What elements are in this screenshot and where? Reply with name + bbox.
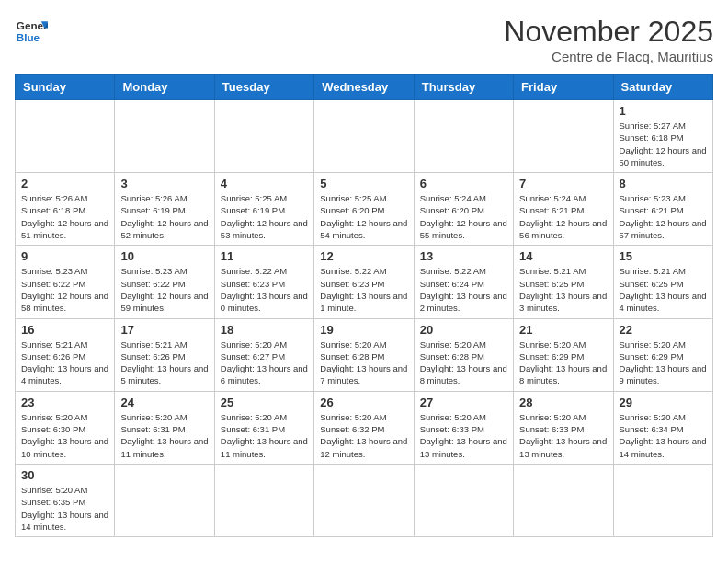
col-header-sunday: Sunday: [16, 75, 115, 100]
day-number: 23: [21, 396, 108, 409]
calendar-cell: [214, 464, 313, 536]
col-header-friday: Friday: [514, 75, 613, 100]
calendar-cell: 28Sunrise: 5:20 AM Sunset: 6:33 PM Dayli…: [514, 391, 613, 464]
day-number: 1: [620, 104, 707, 118]
day-number: 21: [519, 323, 607, 337]
calendar-cell: 5Sunrise: 5:25 AM Sunset: 6:20 PM Daylig…: [314, 173, 414, 246]
day-info: Sunrise: 5:25 AM Sunset: 6:19 PM Dayligh…: [221, 192, 308, 241]
day-info: Sunrise: 5:24 AM Sunset: 6:20 PM Dayligh…: [420, 192, 507, 241]
calendar-week-row: 23Sunrise: 5:20 AM Sunset: 6:30 PM Dayli…: [16, 391, 713, 464]
calendar-cell: 7Sunrise: 5:24 AM Sunset: 6:21 PM Daylig…: [514, 173, 613, 246]
calendar-cell: 10Sunrise: 5:23 AM Sunset: 6:22 PM Dayli…: [115, 246, 214, 318]
calendar-cell: 12Sunrise: 5:22 AM Sunset: 6:23 PM Dayli…: [314, 246, 414, 318]
logo: General Blue: [15, 15, 48, 48]
calendar-cell: 4Sunrise: 5:25 AM Sunset: 6:19 PM Daylig…: [214, 173, 313, 246]
calendar-cell: 9Sunrise: 5:23 AM Sunset: 6:22 PM Daylig…: [16, 246, 115, 318]
calendar-cell: 20Sunrise: 5:20 AM Sunset: 6:28 PM Dayli…: [414, 318, 513, 391]
day-info: Sunrise: 5:26 AM Sunset: 6:19 PM Dayligh…: [120, 192, 208, 241]
day-info: Sunrise: 5:20 AM Sunset: 6:31 PM Dayligh…: [221, 411, 308, 460]
day-info: Sunrise: 5:22 AM Sunset: 6:23 PM Dayligh…: [221, 265, 308, 314]
calendar-cell: 25Sunrise: 5:20 AM Sunset: 6:31 PM Dayli…: [214, 391, 313, 464]
calendar-cell: [115, 464, 214, 536]
calendar-cell: 27Sunrise: 5:20 AM Sunset: 6:33 PM Dayli…: [414, 391, 513, 464]
calendar-cell: 23Sunrise: 5:20 AM Sunset: 6:30 PM Dayli…: [16, 391, 115, 464]
calendar-title: November 2025: [504, 15, 713, 49]
day-info: Sunrise: 5:24 AM Sunset: 6:21 PM Dayligh…: [519, 192, 607, 241]
day-number: 7: [519, 177, 607, 190]
calendar-cell: 15Sunrise: 5:21 AM Sunset: 6:25 PM Dayli…: [613, 246, 712, 318]
day-number: 13: [420, 249, 507, 263]
calendar-cell: [414, 100, 513, 173]
day-number: 3: [120, 177, 208, 190]
day-info: Sunrise: 5:27 AM Sunset: 6:18 PM Dayligh…: [620, 120, 707, 168]
calendar-cell: [314, 464, 414, 536]
calendar-header-row: SundayMondayTuesdayWednesdayThursdayFrid…: [16, 75, 713, 100]
calendar-cell: 13Sunrise: 5:22 AM Sunset: 6:24 PM Dayli…: [414, 246, 513, 318]
day-number: 26: [320, 396, 407, 409]
day-number: 24: [120, 396, 208, 409]
calendar-cell: 26Sunrise: 5:20 AM Sunset: 6:32 PM Dayli…: [314, 391, 414, 464]
title-area: November 2025 Centre de Flacq, Mauritius: [504, 15, 713, 64]
day-number: 18: [221, 323, 308, 337]
svg-text:Blue: Blue: [17, 31, 40, 43]
calendar-week-row: 1Sunrise: 5:27 AM Sunset: 6:18 PM Daylig…: [16, 100, 713, 173]
day-number: 30: [21, 468, 108, 482]
calendar-cell: 18Sunrise: 5:20 AM Sunset: 6:27 PM Dayli…: [214, 318, 313, 391]
day-number: 14: [519, 249, 607, 263]
day-number: 12: [320, 249, 407, 263]
day-info: Sunrise: 5:26 AM Sunset: 6:18 PM Dayligh…: [21, 192, 108, 241]
day-number: 19: [320, 323, 407, 337]
calendar-cell: [115, 100, 214, 173]
calendar-cell: 22Sunrise: 5:20 AM Sunset: 6:29 PM Dayli…: [613, 318, 712, 391]
calendar-subtitle: Centre de Flacq, Mauritius: [504, 49, 713, 64]
day-info: Sunrise: 5:20 AM Sunset: 6:27 PM Dayligh…: [221, 339, 308, 387]
day-number: 5: [320, 177, 407, 190]
calendar-week-row: 2Sunrise: 5:26 AM Sunset: 6:18 PM Daylig…: [16, 173, 713, 246]
calendar-cell: [514, 464, 613, 536]
day-info: Sunrise: 5:20 AM Sunset: 6:33 PM Dayligh…: [420, 411, 507, 460]
col-header-wednesday: Wednesday: [314, 75, 414, 100]
day-info: Sunrise: 5:21 AM Sunset: 6:26 PM Dayligh…: [120, 339, 208, 387]
calendar-cell: 17Sunrise: 5:21 AM Sunset: 6:26 PM Dayli…: [115, 318, 214, 391]
calendar-week-row: 30Sunrise: 5:20 AM Sunset: 6:35 PM Dayli…: [16, 464, 713, 536]
day-info: Sunrise: 5:20 AM Sunset: 6:28 PM Dayligh…: [420, 339, 507, 387]
day-info: Sunrise: 5:21 AM Sunset: 6:26 PM Dayligh…: [21, 339, 108, 387]
calendar-cell: [314, 100, 414, 173]
day-number: 4: [221, 177, 308, 190]
calendar-table: SundayMondayTuesdayWednesdayThursdayFrid…: [15, 74, 713, 537]
col-header-tuesday: Tuesday: [214, 75, 313, 100]
day-info: Sunrise: 5:20 AM Sunset: 6:35 PM Dayligh…: [21, 484, 108, 533]
calendar-week-row: 9Sunrise: 5:23 AM Sunset: 6:22 PM Daylig…: [16, 246, 713, 318]
day-number: 22: [620, 323, 707, 337]
calendar-cell: 29Sunrise: 5:20 AM Sunset: 6:34 PM Dayli…: [613, 391, 712, 464]
day-info: Sunrise: 5:20 AM Sunset: 6:30 PM Dayligh…: [21, 411, 108, 460]
day-info: Sunrise: 5:23 AM Sunset: 6:22 PM Dayligh…: [120, 265, 208, 314]
calendar-cell: 24Sunrise: 5:20 AM Sunset: 6:31 PM Dayli…: [115, 391, 214, 464]
day-number: 11: [221, 249, 308, 263]
calendar-cell: [214, 100, 313, 173]
day-info: Sunrise: 5:25 AM Sunset: 6:20 PM Dayligh…: [320, 192, 407, 241]
day-info: Sunrise: 5:20 AM Sunset: 6:28 PM Dayligh…: [320, 339, 407, 387]
day-info: Sunrise: 5:20 AM Sunset: 6:31 PM Dayligh…: [120, 411, 208, 460]
day-info: Sunrise: 5:20 AM Sunset: 6:29 PM Dayligh…: [519, 339, 607, 387]
calendar-cell: 21Sunrise: 5:20 AM Sunset: 6:29 PM Dayli…: [514, 318, 613, 391]
day-number: 9: [21, 249, 108, 263]
col-header-saturday: Saturday: [613, 75, 712, 100]
day-info: Sunrise: 5:20 AM Sunset: 6:29 PM Dayligh…: [620, 339, 707, 387]
calendar-week-row: 16Sunrise: 5:21 AM Sunset: 6:26 PM Dayli…: [16, 318, 713, 391]
day-info: Sunrise: 5:20 AM Sunset: 6:33 PM Dayligh…: [519, 411, 607, 460]
calendar-cell: 14Sunrise: 5:21 AM Sunset: 6:25 PM Dayli…: [514, 246, 613, 318]
day-number: 8: [620, 177, 707, 190]
header: General Blue November 2025 Centre de Fla…: [15, 15, 713, 64]
day-number: 27: [420, 396, 507, 409]
day-number: 28: [519, 396, 607, 409]
day-number: 15: [620, 249, 707, 263]
day-number: 6: [420, 177, 507, 190]
col-header-monday: Monday: [115, 75, 214, 100]
col-header-thursday: Thursday: [414, 75, 513, 100]
day-info: Sunrise: 5:20 AM Sunset: 6:32 PM Dayligh…: [320, 411, 407, 460]
calendar-cell: [414, 464, 513, 536]
svg-text:General: General: [17, 19, 48, 31]
calendar-cell: 3Sunrise: 5:26 AM Sunset: 6:19 PM Daylig…: [115, 173, 214, 246]
day-info: Sunrise: 5:20 AM Sunset: 6:34 PM Dayligh…: [620, 411, 707, 460]
